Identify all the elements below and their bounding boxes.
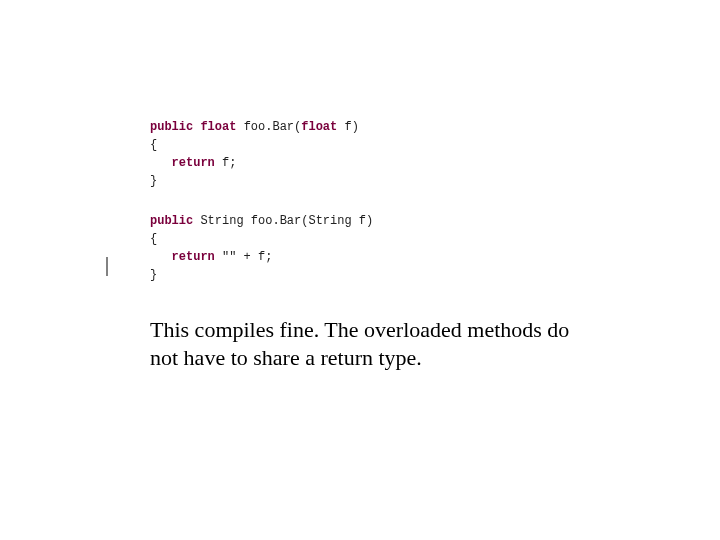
- keyword-public: public: [150, 214, 193, 228]
- keyword-return: return: [172, 250, 215, 264]
- keyword-return: return: [172, 156, 215, 170]
- code-block-2: public String foo.Bar(String f) { return…: [150, 212, 580, 284]
- code-text: foo.Bar(: [236, 120, 301, 134]
- brace-close: }: [150, 174, 157, 188]
- code-text: "" + f;: [215, 250, 273, 264]
- code-text: String foo.Bar(String f): [193, 214, 373, 228]
- caption-text: This compiles fine. The overloaded metho…: [150, 316, 580, 371]
- keyword-public: public: [150, 120, 193, 134]
- keyword-float: float: [200, 120, 236, 134]
- text-cursor: |: [105, 253, 109, 276]
- brace-open: {: [150, 232, 157, 246]
- code-text: f): [337, 120, 359, 134]
- code-area: public float foo.Bar(float f) { return f…: [150, 118, 580, 306]
- brace-close: }: [150, 268, 157, 282]
- keyword-float: float: [301, 120, 337, 134]
- slide: | public float foo.Bar(float f) { return…: [0, 0, 720, 540]
- code-block-1: public float foo.Bar(float f) { return f…: [150, 118, 580, 190]
- code-text: f;: [215, 156, 237, 170]
- brace-open: {: [150, 138, 157, 152]
